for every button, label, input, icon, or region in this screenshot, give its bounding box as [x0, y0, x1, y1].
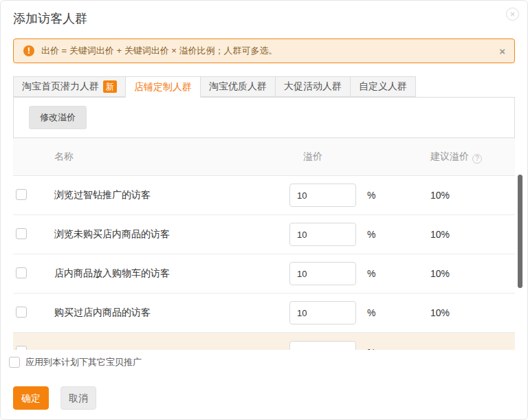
- percent-sign: %: [362, 307, 430, 318]
- modal-title: 添加访客人群: [13, 10, 515, 27]
- percent-sign: %: [362, 347, 430, 351]
- column-header-suggested: 建议溢价?: [430, 151, 515, 164]
- row-checkbox[interactable]: [16, 228, 27, 239]
- tab-promo-event[interactable]: 大促活动人群: [275, 76, 351, 97]
- table-row: 购买过店内商品的访客 % 10%: [13, 294, 515, 333]
- premium-input[interactable]: [289, 184, 356, 207]
- tab-label: 店铺定制人群: [134, 81, 192, 93]
- column-header-premium: 溢价: [289, 151, 362, 163]
- audience-name: 浏览过智钻推广的访客: [54, 189, 289, 201]
- apply-to-plan-label: 应用到本计划下其它宝贝推广: [25, 356, 142, 368]
- modal-header: 添加访客人群 ×: [1, 1, 527, 27]
- row-checkbox[interactable]: [16, 307, 27, 318]
- tab-custom-audience[interactable]: 自定义人群: [350, 76, 416, 97]
- vertical-scrollbar-thumb[interactable]: [518, 175, 522, 288]
- apply-to-plan-row: 应用到本计划下其它宝贝推广: [9, 356, 515, 368]
- suggested-premium: 10%: [430, 307, 515, 318]
- audience-tabs: 淘宝首页潜力人群 新 店铺定制人群 淘宝优质人群 大促活动人群 自定义人群: [13, 76, 515, 97]
- apply-to-plan-checkbox[interactable]: [9, 357, 20, 368]
- row-checkbox[interactable]: [16, 267, 27, 278]
- confirm-button[interactable]: 确定: [13, 386, 49, 410]
- suggested-premium: 10%: [430, 190, 515, 201]
- audience-name: 店内商品放入购物车的访客: [54, 267, 289, 280]
- percent-sign: %: [362, 229, 430, 240]
- tab-label: 淘宝优质人群: [209, 80, 267, 93]
- percent-sign: %: [362, 190, 430, 201]
- audience-table-body: 浏览过智钻推广的访客 % 10% 浏览未购买店内商品的访客 % 10% 店内商品…: [13, 176, 515, 350]
- tab-content-box: 修改溢价: [13, 97, 515, 138]
- premium-input[interactable]: [289, 301, 356, 324]
- column-header-name: 名称: [54, 151, 289, 163]
- warning-icon: !: [23, 45, 34, 56]
- table-header: 名称 溢价 建议溢价?: [13, 138, 515, 176]
- audience-name: 购买过店内商品的访客: [54, 307, 289, 319]
- bid-formula-alert: ! 出价 = 关键词出价 + 关键词出价 × 溢价比例；人群可多选。 ×: [13, 38, 515, 63]
- cancel-button[interactable]: 取消: [60, 386, 96, 410]
- tab-shop-custom[interactable]: 店铺定制人群: [125, 76, 201, 98]
- suggested-premium: 10%: [430, 268, 515, 279]
- new-badge: 新: [103, 80, 117, 93]
- premium-input[interactable]: [289, 341, 356, 351]
- help-icon[interactable]: ?: [472, 154, 482, 164]
- premium-input[interactable]: [289, 262, 356, 285]
- percent-sign: %: [362, 268, 430, 279]
- table-row: 浏览过智钻推广的访客 % 10%: [13, 176, 515, 215]
- tab-label: 淘宝首页潜力人群: [22, 80, 99, 93]
- tab-taobao-homepage-potential[interactable]: 淘宝首页潜力人群 新: [13, 76, 126, 97]
- tab-taobao-quality[interactable]: 淘宝优质人群: [200, 76, 276, 97]
- premium-input[interactable]: [289, 223, 356, 246]
- tab-label: 大促活动人群: [284, 80, 342, 93]
- alert-text: 出价 = 关键词出价 + 关键词出价 × 溢价比例；人群可多选。: [41, 45, 277, 57]
- suggested-premium: 10%: [430, 229, 515, 240]
- table-row: 店内商品放入购物车的访客 % 10%: [13, 254, 515, 294]
- alert-close-icon[interactable]: ×: [499, 45, 505, 57]
- table-row-partial: %: [13, 333, 515, 350]
- row-checkbox[interactable]: [16, 346, 27, 350]
- table-row: 浏览未购买店内商品的访客 % 10%: [13, 215, 515, 254]
- tab-label: 自定义人群: [359, 80, 407, 93]
- add-visitor-audience-modal: 添加访客人群 × ! 出价 = 关键词出价 + 关键词出价 × 溢价比例；人群可…: [0, 0, 528, 420]
- row-checkbox[interactable]: [16, 189, 27, 200]
- modal-footer: 确定 取消: [13, 386, 515, 410]
- modal-close-icon[interactable]: ×: [506, 8, 519, 21]
- modify-premium-button[interactable]: 修改溢价: [29, 106, 87, 129]
- audience-name: 浏览未购买店内商品的访客: [54, 228, 289, 241]
